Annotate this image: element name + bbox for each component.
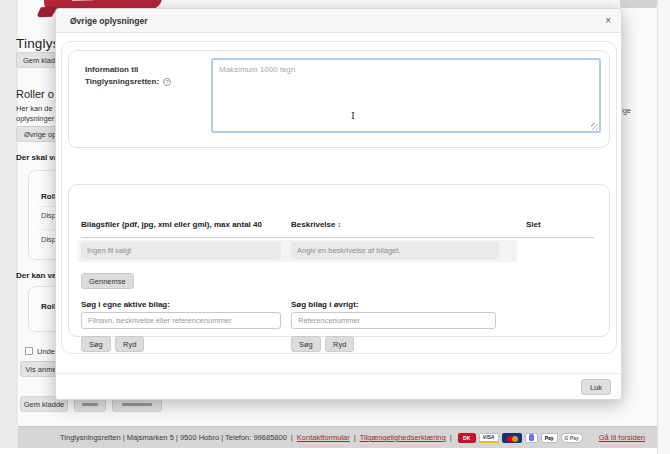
dialog-footer: Luk (56, 373, 621, 399)
roles-intro-line2: oplysninger (16, 114, 54, 123)
accessibility-statement-link[interactable]: Tilgængelighedserklæring (360, 433, 446, 442)
text-cursor-icon: I (351, 110, 355, 121)
close-dialog-button[interactable]: Luk (581, 379, 611, 395)
attachments-files-header: Bilagsfiler (pdf, jpg, xml eller gml), m… (81, 220, 262, 229)
google-pay-icon: G Pay (561, 433, 583, 443)
search-own-attachments-input[interactable] (81, 312, 281, 329)
footer-divider: | (450, 433, 452, 442)
visa-icon: VISA (479, 433, 499, 443)
apple-pay-icon: Pay (541, 433, 558, 443)
table-header-divider (81, 237, 594, 238)
scrollbar-track[interactable] (657, 0, 670, 454)
footer-divider: | (354, 433, 356, 442)
required-roles-label: Der skal va (16, 153, 58, 162)
information-label-line1: Information til (85, 65, 138, 74)
file-upload-field[interactable]: Ingen fil valgt (81, 242, 281, 259)
page-title: Tinglys (16, 36, 60, 51)
search-other-attachments-input[interactable] (291, 312, 496, 329)
information-label-line2: Tinglysningsretten: (85, 77, 159, 86)
resize-handle-icon[interactable] (591, 123, 598, 130)
optional-roles-label: Der kan va (16, 271, 56, 280)
illegible-text (82, 403, 98, 406)
attachments-description-header[interactable]: Beskrivelse↕ (291, 220, 341, 229)
roles-section-heading: Roller o (16, 88, 54, 100)
dialog-body-panel: Information til Tinglysningsretten: ? I … (61, 41, 617, 354)
screen: Tinglys Gem klad Roller o Her kan de opl… (0, 0, 670, 454)
attachments-delete-header: Slet (526, 220, 541, 229)
information-textarea[interactable] (211, 58, 601, 133)
dialog-title: Øvrige oplysninger (70, 16, 147, 26)
file-description-field[interactable]: Angiv en beskrivelse af bilaget. (291, 242, 499, 259)
search-other-button[interactable]: Søg (291, 336, 321, 352)
search-own-button[interactable]: Søg (81, 336, 111, 352)
information-section: Information til Tinglysningsretten: ? I (68, 50, 610, 148)
mastercard-icon (502, 433, 522, 443)
site-footer: Tinglysningsretten | Majsmarken 5 | 9500… (18, 426, 657, 448)
footer-divider: | (291, 433, 293, 442)
close-icon[interactable]: × (605, 16, 611, 26)
dankort-icon: DK (458, 433, 476, 443)
illegible-text (122, 403, 152, 406)
roles-intro-line1: Her kan de (16, 104, 53, 113)
help-icon[interactable]: ? (163, 78, 171, 86)
payment-logos: DK VISA Pay G Pay (458, 433, 583, 443)
footer-contact-info: Tinglysningsretten | Majsmarken 5 | 9500… (60, 433, 287, 442)
description-header-label: Beskrivelse (291, 220, 335, 229)
dialog-header: Øvrige oplysninger × (56, 9, 621, 33)
clear-other-button[interactable]: Ryd (325, 336, 354, 352)
clipped-text-fragment: ige (621, 106, 631, 115)
search-own-attachments-label: Søg i egne aktive bilag: (81, 300, 170, 309)
other-information-dialog: Øvrige oplysninger × Information til Tin… (55, 8, 622, 400)
obscured-top-right-element (620, 0, 657, 8)
clear-own-button[interactable]: Ryd (115, 336, 144, 352)
sort-icon: ↕ (337, 221, 341, 228)
search-other-attachments-label: Søg bilag i øvrigt: (291, 300, 359, 309)
browse-button[interactable]: Gennemse (81, 273, 134, 289)
mobilepay-icon (525, 433, 538, 443)
contact-form-link[interactable]: Kontaktformular (297, 433, 350, 442)
sign-checkbox[interactable] (25, 347, 33, 355)
go-to-frontpage-link[interactable]: Gå til forsiden (599, 433, 645, 442)
attachments-section: Bilagsfiler (pdf, jpg, xml eller gml), m… (68, 184, 610, 337)
information-label: Information til Tinglysningsretten: ? (85, 64, 210, 89)
